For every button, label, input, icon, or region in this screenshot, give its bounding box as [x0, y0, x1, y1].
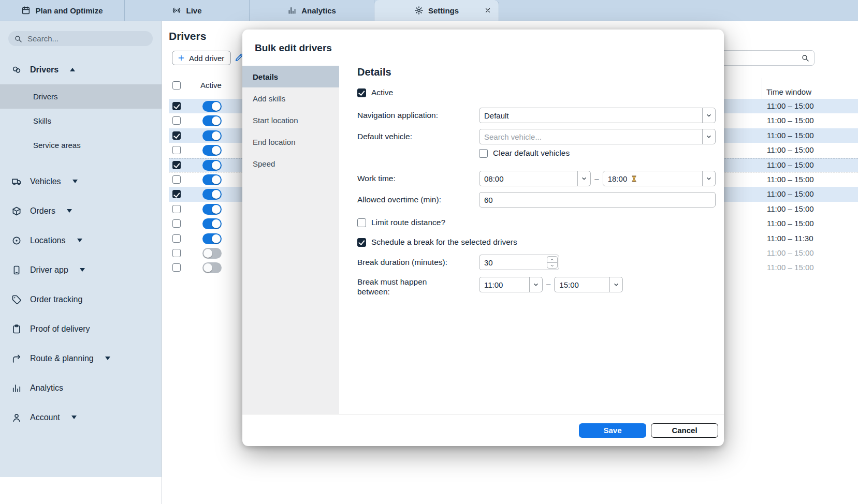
break-start-select[interactable]: 11:00: [479, 277, 543, 292]
sidebar-item-proof-of-delivery[interactable]: Proof of delivery: [0, 314, 162, 344]
active-checkbox[interactable]: Active: [357, 88, 716, 97]
close-icon[interactable]: [484, 7, 491, 14]
number-stepper[interactable]: [547, 256, 558, 269]
tab-label: Live: [186, 6, 201, 15]
row-checkbox[interactable]: [172, 131, 181, 140]
default-vehicle-select[interactable]: Search vehicle...: [479, 129, 716, 144]
page-title: Drivers: [169, 30, 206, 42]
work-time-end-value: 18:00: [603, 174, 702, 183]
modal-nav-details[interactable]: Details: [242, 66, 339, 87]
clear-default-vehicles-checkbox[interactable]: Clear default vehicles: [479, 149, 716, 158]
row-checkbox[interactable]: [172, 205, 181, 213]
sidebar-item-driver-app[interactable]: Driver app: [0, 255, 162, 285]
plus-icon: [177, 54, 185, 62]
row-checkbox[interactable]: [172, 175, 181, 184]
range-dash: –: [594, 174, 599, 183]
time-window-cell: 11:00 – 15:00: [767, 160, 814, 169]
active-toggle[interactable]: [202, 233, 222, 244]
checkbox-checked-icon: [357, 238, 366, 247]
sidebar-section: Order tracking: [0, 285, 162, 314]
sidebar-section: Locations: [0, 226, 162, 255]
modal-details-panel: Details Active Navigation application: D…: [339, 66, 724, 414]
time-window-cell: 11:00 – 15:00: [767, 204, 814, 213]
modal-nav-add-skills[interactable]: Add skills: [242, 87, 339, 109]
save-button[interactable]: Save: [579, 423, 646, 438]
tab-plan-and-optimize[interactable]: Plan and Optimize: [0, 0, 125, 21]
row-checkbox[interactable]: [172, 146, 181, 154]
allowed-overtime-input[interactable]: [479, 192, 716, 207]
active-toggle[interactable]: [202, 115, 222, 126]
active-toggle[interactable]: [202, 262, 222, 273]
tab-settings[interactable]: Settings: [374, 0, 499, 21]
row-checkbox[interactable]: [172, 249, 181, 257]
row-checkbox[interactable]: [172, 263, 181, 272]
active-toggle[interactable]: [202, 101, 222, 112]
modal-nav: DetailsAdd skillsStart locationEnd locat…: [242, 66, 339, 414]
sidebar-search-input[interactable]: [26, 34, 147, 43]
active-toggle[interactable]: [202, 174, 222, 185]
sidebar-item-route-planning[interactable]: Route & planning: [0, 344, 162, 373]
row-checkbox[interactable]: [172, 161, 181, 169]
expand-triangle-icon: [67, 209, 72, 213]
active-toggle[interactable]: [202, 160, 222, 171]
navigation-application-select[interactable]: Default: [479, 108, 716, 123]
break-between-row: Break must happen between: 11:00 – 15:00: [357, 277, 716, 297]
expand-triangle-icon: [71, 416, 77, 419]
time-window-cell: 11:00 – 15:00: [767, 189, 814, 198]
drivers-icon: [11, 65, 22, 75]
time-window-cell: 11:00 – 15:00: [767, 219, 814, 228]
limit-route-distance-label: Limit route distance?: [371, 218, 445, 227]
time-window-cell: 11:00 – 15:00: [767, 248, 814, 257]
modal-nav-start-location[interactable]: Start location: [242, 109, 339, 131]
sidebar-item-account[interactable]: Account: [0, 403, 162, 432]
row-checkbox[interactable]: [172, 190, 181, 198]
limit-route-distance-checkbox[interactable]: Limit route distance?: [357, 218, 716, 227]
sidebar-item-vehicles[interactable]: Vehicles: [0, 167, 162, 196]
active-toggle[interactable]: [202, 130, 222, 141]
active-toggle[interactable]: [202, 189, 222, 200]
work-time-end-select[interactable]: 18:00: [603, 171, 716, 186]
sidebar-item-analytics[interactable]: Analytics: [0, 373, 162, 403]
sidebar-search[interactable]: [8, 31, 153, 46]
row-checkbox[interactable]: [172, 102, 181, 110]
sidebar-subitem-service-areas[interactable]: Service areas: [0, 133, 162, 157]
tag-icon: [11, 294, 22, 305]
schedule-break-checkbox[interactable]: Schedule a break for the selected driver…: [357, 238, 716, 247]
time-window-cell: 11:00 – 15:00: [767, 175, 814, 184]
sidebar-section: Vehicles: [0, 167, 162, 196]
expand-triangle-icon: [77, 239, 82, 242]
row-checkbox[interactable]: [172, 116, 181, 125]
sidebar-subitem-drivers[interactable]: Drivers: [0, 84, 162, 109]
tab-analytics[interactable]: Analytics: [250, 0, 374, 21]
time-window-cell: 11:00 – 11:30: [767, 234, 813, 243]
modal-nav-end-location[interactable]: End location: [242, 131, 339, 153]
phone-icon: [11, 265, 22, 275]
sidebar-item-label: Locations: [30, 236, 66, 245]
truck-icon: [11, 176, 22, 187]
modal-title: Bulk edit drivers: [242, 29, 724, 66]
row-checkbox[interactable]: [172, 219, 181, 228]
add-driver-button[interactable]: Add driver: [172, 51, 231, 65]
work-time-start-select[interactable]: 08:00: [479, 171, 591, 186]
active-toggle[interactable]: [202, 248, 222, 259]
select-all-checkbox[interactable]: [172, 81, 181, 90]
bulk-edit-drivers-modal: Bulk edit drivers DetailsAdd skillsStart…: [242, 29, 724, 446]
work-time-end-text: 18:00: [608, 174, 628, 183]
sidebar-item-order-tracking[interactable]: Order tracking: [0, 285, 162, 314]
sidebar-item-drivers[interactable]: Drivers: [0, 55, 162, 84]
break-end-select[interactable]: 15:00: [554, 277, 623, 292]
active-toggle[interactable]: [202, 145, 222, 156]
search-icon: [14, 35, 22, 43]
sidebar-subitem-skills[interactable]: Skills: [0, 109, 162, 133]
sidebar-item-locations[interactable]: Locations: [0, 226, 162, 255]
target-icon: [11, 235, 22, 246]
cancel-button[interactable]: Cancel: [651, 423, 718, 438]
tab-live[interactable]: Live: [125, 0, 250, 21]
row-checkbox[interactable]: [172, 234, 181, 243]
sidebar-item-orders[interactable]: Orders: [0, 196, 162, 226]
modal-nav-speed[interactable]: Speed: [242, 153, 339, 174]
active-toggle[interactable]: [202, 204, 222, 215]
sidebar-nav: DriversDriversSkillsService areasVehicle…: [0, 55, 162, 432]
expand-triangle-icon: [80, 268, 85, 272]
active-toggle[interactable]: [202, 218, 222, 229]
